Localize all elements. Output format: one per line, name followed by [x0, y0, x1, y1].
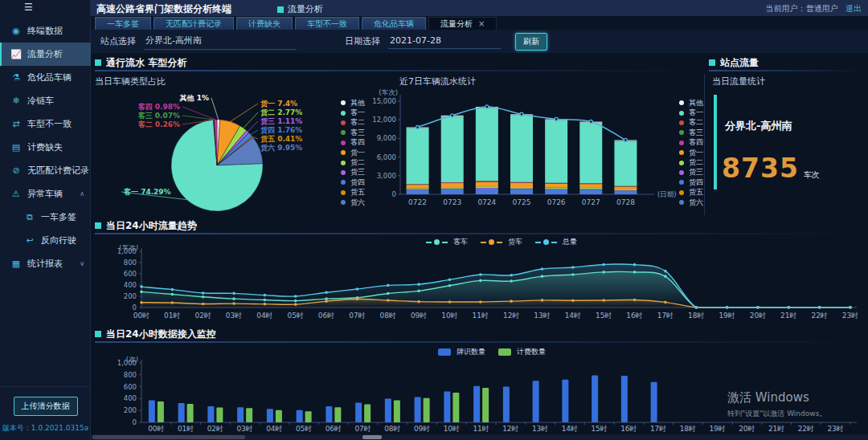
- svg-text:03时: 03时: [226, 312, 242, 320]
- legend-label: 货一: [689, 148, 703, 158]
- tab-3[interactable]: 车型不一致: [295, 17, 359, 30]
- menu-icon[interactable]: ☰: [24, 2, 33, 13]
- date-picker-input[interactable]: 2021-07-28: [388, 34, 501, 49]
- section-divider: [95, 233, 864, 234]
- scrollbar-thumb-secondary[interactable]: [362, 435, 382, 439]
- weekly-flow-chart: (车次)03,0006,0009,00012,00015,000(日期)0722…: [360, 88, 682, 217]
- sidebar-item-0[interactable]: ◉终端数据: [0, 19, 91, 43]
- sidebar-item-4[interactable]: ⇄车型不一致: [0, 112, 91, 136]
- legend-dot-icon: [679, 100, 684, 105]
- station-select-input[interactable]: 分界北-高州南: [144, 33, 297, 50]
- station-panel-header: 站点流量: [709, 56, 759, 69]
- svg-text:16时: 16时: [620, 425, 637, 433]
- svg-text:0723: 0723: [443, 198, 461, 206]
- sidebar-item-label: 车型不一致: [27, 118, 72, 130]
- legend-dot-icon: [679, 180, 684, 185]
- svg-text:0727: 0727: [582, 198, 600, 206]
- sidebar-item-8[interactable]: ⧉一车多签: [0, 206, 91, 229]
- upload-clearing-data-button[interactable]: 上传清分数据: [14, 397, 78, 416]
- tab-0[interactable]: 一车多签: [95, 17, 151, 30]
- tab-close-icon[interactable]: ×: [478, 19, 485, 28]
- legend-line-icon: [434, 239, 440, 245]
- svg-text:600: 600: [124, 270, 137, 278]
- svg-text:800: 800: [124, 259, 137, 267]
- svg-text:(日期): (日期): [657, 190, 677, 198]
- svg-text:09时: 09时: [414, 425, 430, 433]
- legend-dot-icon: [341, 180, 346, 185]
- sidebar: ☰ ◉终端数据📈流量分析⚗危化品车辆❄冷链车⇄车型不一致▤计费缺失⊘无匹配计费记…: [0, 0, 91, 440]
- svg-text:0726: 0726: [547, 198, 566, 206]
- tab-5[interactable]: 流量分析×: [428, 17, 497, 30]
- sidebar-item-9[interactable]: ↩反向行驶: [0, 229, 91, 252]
- section-square-icon: [95, 331, 101, 337]
- sidebar-item-7[interactable]: ⚠异常车辆∧: [0, 182, 91, 206]
- sidebar-item-6[interactable]: ⊘无匹配计费记录: [0, 159, 91, 182]
- sidebar-item-1[interactable]: 📈流量分析: [0, 43, 91, 66]
- svg-text:08时: 08时: [384, 425, 400, 433]
- legend-line-icon: [551, 242, 557, 243]
- sidebar-item-2[interactable]: ⚗危化品车辆: [0, 66, 91, 89]
- tab-4[interactable]: 危化品车辆: [362, 17, 426, 30]
- sidebar-item-label: 统计报表: [27, 258, 63, 270]
- tab-bar: 一车多签无匹配计费记录计费缺失车型不一致危化品车辆流量分析×: [91, 16, 868, 30]
- svg-text:(车次): (车次): [379, 88, 398, 96]
- legend-dot-icon: [341, 170, 346, 175]
- sidebar-item-label: 危化品车辆: [27, 71, 72, 84]
- tab-label: 一车多签: [107, 18, 139, 30]
- station-name: 分界北-高州南: [725, 119, 792, 133]
- sidebar-item-3[interactable]: ❄冷链车: [0, 89, 91, 112]
- terminal-data-icon: ◉: [10, 26, 22, 36]
- multi-sign-icon: ⧉: [24, 212, 35, 222]
- section-square-icon: [95, 222, 101, 229]
- svg-text:客四 0.98%: 客四 0.98%: [138, 102, 180, 111]
- legend-line-icon: [543, 239, 549, 245]
- section-ingest-header: 当日24小时数据接入监控: [95, 328, 216, 340]
- svg-text:06时: 06时: [326, 425, 342, 433]
- chevron-icon: ∧: [80, 190, 84, 198]
- legend-line-icon: [426, 242, 432, 243]
- station-panel-title: 站点流量: [720, 56, 759, 70]
- station-accent-bar: [714, 95, 717, 189]
- legend-label: 客一: [689, 108, 703, 118]
- version-label: 版本号：1.0.2021.0315a: [0, 423, 91, 434]
- svg-text:12时: 12时: [502, 425, 518, 433]
- svg-text:06时: 06时: [318, 312, 334, 320]
- tab-2[interactable]: 计费缺失: [236, 17, 293, 30]
- section-trend-title: 当日24小时流量趋势: [106, 219, 197, 233]
- svg-text:04时: 04时: [256, 312, 272, 320]
- legend-dot-icon: [679, 111, 684, 116]
- tab-1[interactable]: 无匹配计费记录: [154, 17, 234, 30]
- legend-dot-icon: [341, 150, 346, 155]
- legend-line-icon: [442, 242, 448, 243]
- legend-item[interactable]: 货六: [679, 198, 719, 207]
- module-square-icon: [277, 6, 284, 13]
- section-flow-analysis-title: 通行流水 车型分析: [106, 56, 186, 70]
- sidebar-item-label: 无匹配计费记录: [27, 165, 89, 177]
- horizontal-scrollbar[interactable]: [91, 434, 868, 440]
- sidebar-item-5[interactable]: ▤计费缺失: [0, 136, 91, 159]
- date-select-label: 日期选择: [345, 35, 380, 47]
- svg-text:19时: 19时: [719, 312, 735, 320]
- legend-dot-icon: [341, 161, 346, 165]
- billing-missing-icon: ▤: [10, 142, 22, 153]
- svg-text:货六 9.95%: 货六 9.95%: [260, 144, 302, 152]
- svg-text:400: 400: [124, 281, 137, 289]
- sidebar-item-10[interactable]: ▦统计报表∨: [0, 252, 91, 275]
- refresh-button[interactable]: 刷新: [515, 33, 547, 51]
- svg-text:0724: 0724: [477, 198, 496, 206]
- legend-label: 货二: [689, 157, 703, 168]
- unmatched-billing-icon: ⊘: [10, 165, 22, 176]
- hazmat-icon: ⚗: [10, 72, 22, 83]
- scrollbar-thumb[interactable]: [92, 435, 245, 439]
- svg-text:15时: 15时: [596, 312, 612, 320]
- svg-text:00时: 00时: [133, 312, 149, 320]
- app-title: 高速公路省界门架数据分析终端: [96, 2, 231, 16]
- svg-text:0: 0: [133, 418, 137, 426]
- svg-text:01时: 01时: [178, 425, 194, 433]
- legend-swatch-icon: [438, 348, 451, 356]
- legend-dot-icon: [679, 200, 684, 205]
- legend-dot-icon: [679, 141, 684, 145]
- logout-link[interactable]: 退出: [845, 4, 862, 13]
- app-root: 高速公路省界门架数据分析终端 流量分析 当前用户：普通用户 退出 ☰ ◉终端数据…: [0, 0, 868, 440]
- svg-text:1,000: 1,000: [117, 247, 137, 255]
